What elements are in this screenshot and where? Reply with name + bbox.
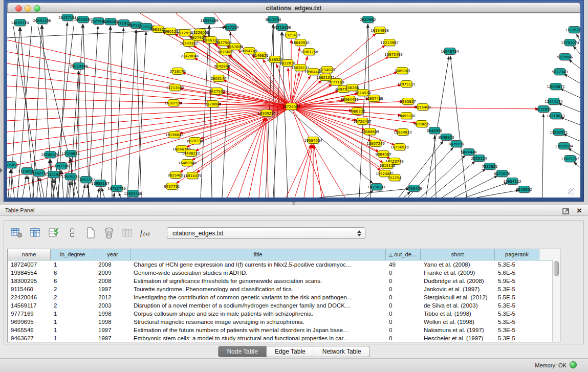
graph-node[interactable]: 20206576 — [41, 151, 59, 159]
graph-node[interactable]: 9115460 — [415, 104, 430, 112]
graph-node[interactable]: 16914479 — [183, 172, 202, 180]
graph-node[interactable]: 8960123 — [162, 28, 178, 36]
cell-year[interactable]: 2009 — [95, 269, 130, 277]
graph-node[interactable]: 16782759 — [107, 185, 126, 193]
cell-out_de[interactable]: 0 — [386, 318, 421, 326]
graph-node[interactable]: 10688609 — [361, 128, 379, 136]
cell-short[interactable]: Jankovic et al. (1997) — [421, 285, 495, 293]
cell-in_degree[interactable]: 1 — [51, 318, 95, 326]
cell-short[interactable]: Yano et al. (2008) — [421, 260, 495, 269]
column-header-out_de[interactable]: △out_de… — [386, 249, 421, 260]
graph-node[interactable]: 19218506 — [273, 24, 291, 32]
table-row[interactable]: 977716911998Corpus callosum shape and si… — [8, 310, 560, 318]
cell-short[interactable]: Franke et al. (2009) — [421, 269, 495, 277]
cell-name[interactable]: 22420046 — [8, 293, 51, 301]
graph-node[interactable]: 16107554 — [164, 100, 183, 107]
table-row[interactable]: 946362711997Embryonic stem cells: a mode… — [8, 334, 560, 342]
table-row[interactable]: 1456911722003Disruption of a novel membe… — [8, 301, 560, 310]
graph-node[interactable]: 8813054 — [265, 16, 281, 24]
graph-node[interactable]: 16961758 — [300, 49, 318, 56]
cell-year[interactable]: 2003 — [95, 301, 130, 310]
cell-title[interactable]: Estimation of the future numbers of pati… — [130, 326, 386, 334]
graph-node[interactable]: 12923448 — [124, 190, 142, 198]
graph-node[interactable]: 19384554 — [304, 137, 322, 145]
cell-short[interactable]: Tibbo et al. (1998) — [421, 310, 495, 318]
graph-node[interactable]: 20053346 — [70, 63, 88, 71]
cell-year[interactable]: 2008 — [95, 277, 130, 285]
cell-out_de[interactable]: 0 — [386, 293, 421, 301]
cell-short[interactable]: Stergiakouli et al. (2012) — [421, 293, 495, 301]
cell-pagerank[interactable]: 5.3E-5 — [495, 260, 539, 269]
graph-node[interactable]: 9245652 — [516, 186, 532, 194]
cell-name[interactable]: 19384554 — [8, 269, 51, 277]
table-row[interactable]: 911546021997Tourette syndrome. Phenomeno… — [8, 285, 560, 293]
graph-node[interactable]: 10958167 — [91, 180, 110, 188]
graph-node[interactable]: 10654112 — [503, 178, 521, 186]
column-header-name[interactable]: name — [8, 249, 51, 260]
network-window-titlebar[interactable]: citations_edges.txt — [7, 3, 580, 13]
cell-title[interactable]: Embryonic stem cells: a model to study s… — [130, 334, 386, 342]
column-header-short[interactable]: short — [421, 249, 495, 260]
graph-node[interactable]: 7857224 — [223, 24, 239, 32]
cell-title[interactable]: Estimation of significance thresholds fo… — [130, 277, 386, 285]
cell-out_de[interactable]: 0 — [386, 285, 421, 293]
graph-node[interactable]: 9457791 — [164, 183, 180, 191]
close-panel-icon[interactable]: × — [577, 205, 582, 216]
graph-node[interactable]: 6479197 — [448, 141, 464, 148]
table-row[interactable]: 1872400712008Changes of HCN gene express… — [8, 260, 560, 269]
cell-in_degree[interactable]: 1 — [51, 310, 95, 318]
graph-node[interactable]: 9215935 — [535, 106, 551, 114]
tab-network-table[interactable]: Network Table — [314, 346, 370, 357]
row-height-icon[interactable] — [66, 226, 79, 239]
table-row[interactable]: 1830029562008Estimation of significance … — [8, 277, 560, 285]
cell-out_de[interactable]: 0 — [386, 334, 421, 342]
graph-node[interactable]: 15751074 — [561, 39, 579, 47]
graph-node[interactable]: 12213503 — [166, 84, 184, 92]
cell-year[interactable]: 1997 — [95, 334, 130, 342]
cell-title[interactable]: Structural magnetic resonance image aver… — [130, 318, 386, 326]
graph-node[interactable]: 2718176 — [169, 68, 186, 76]
graph-node[interactable]: 17359924 — [61, 150, 80, 158]
cell-out_de[interactable]: 0 — [386, 326, 421, 334]
graph-node[interactable]: 18495756 — [397, 113, 416, 120]
graph-node[interactable]: 12213967 — [380, 39, 399, 47]
column-header-year[interactable]: year — [95, 249, 130, 260]
table-selector-dropdown[interactable]: citations_edges.txt — [167, 227, 365, 239]
graph-node[interactable]: 16154808 — [371, 27, 389, 35]
cell-in_degree[interactable]: 1 — [51, 260, 95, 269]
graph-node[interactable]: 1753426 — [406, 185, 422, 193]
graph-node[interactable]: 752254 — [388, 174, 402, 182]
cell-year[interactable]: 1998 — [95, 318, 130, 326]
cell-pagerank[interactable]: 5.3E-5 — [495, 285, 539, 293]
cell-name[interactable]: 9465546 — [8, 326, 51, 334]
cell-name[interactable]: 18300295 — [8, 277, 51, 285]
graph-node[interactable]: 1640934 — [426, 127, 443, 135]
cell-short[interactable]: Dudbridge et al. (2008) — [421, 277, 495, 285]
graph-node[interactable]: 14055724 — [11, 19, 29, 27]
column-header-title[interactable]: title — [130, 249, 386, 260]
graph-node[interactable]: 7986372 — [349, 108, 365, 116]
graph-node[interactable]: 16756928 — [390, 144, 409, 151]
table-scrollbar[interactable] — [552, 260, 560, 342]
cell-name[interactable]: 9115460 — [8, 285, 51, 293]
graph-node[interactable]: 16033809 — [200, 17, 219, 25]
cell-title[interactable]: Disruption of a novel member of a sodium… — [130, 301, 386, 310]
cell-title[interactable]: Corpus callosum shape and size in male p… — [130, 310, 386, 318]
cell-year[interactable]: 1997 — [95, 326, 130, 334]
cell-year[interactable]: 1997 — [95, 285, 130, 293]
cell-out_de[interactable]: 0 — [386, 310, 421, 318]
tab-edge-table[interactable]: Edge Table — [267, 346, 314, 357]
graph-node[interactable]: 8938923 — [438, 134, 454, 142]
graph-node[interactable]: 9097588 — [53, 163, 69, 170]
graph-node[interactable]: 1615132 — [379, 162, 395, 170]
cell-pagerank[interactable]: 5.6E-5 — [495, 269, 539, 277]
cell-year[interactable]: 2008 — [95, 260, 130, 269]
cell-in_degree[interactable]: 2 — [51, 285, 95, 293]
float-panel-icon[interactable] — [562, 207, 570, 214]
graph-node[interactable]: 16409948 — [178, 160, 197, 167]
graph-node[interactable]: 7485063 — [394, 68, 410, 75]
selected-rows-only-icon[interactable] — [47, 226, 60, 239]
table-row[interactable]: 1938455462009Genome-wide association stu… — [8, 269, 560, 277]
cell-pagerank[interactable]: 5.3E-5 — [495, 326, 539, 334]
resize-grip-icon[interactable] — [568, 188, 575, 195]
